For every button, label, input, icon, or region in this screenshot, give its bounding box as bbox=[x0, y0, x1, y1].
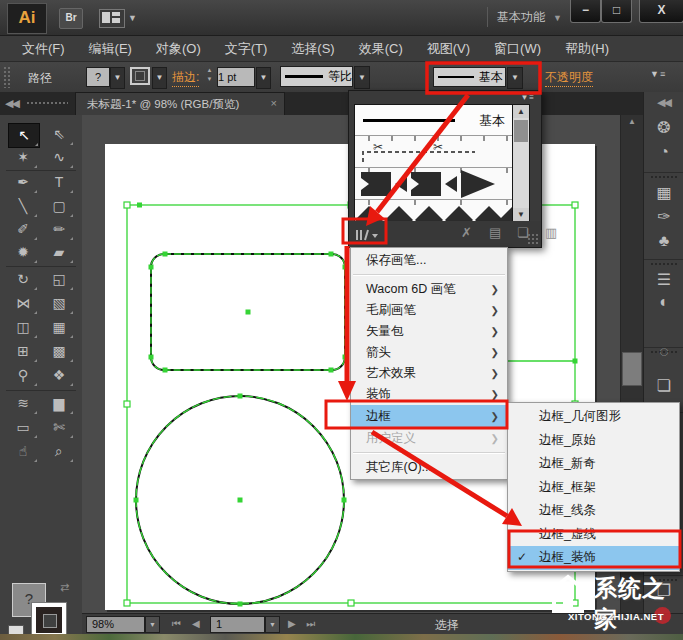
lasso-tool[interactable]: ∿ bbox=[44, 146, 74, 169]
menu-item-其它库(O)...[interactable]: 其它库(O)... bbox=[351, 457, 507, 478]
menu-item-保存画笔...[interactable]: 保存画笔... bbox=[351, 250, 507, 271]
width-profile-arrow[interactable]: ▼ bbox=[354, 66, 370, 89]
zoom-tool[interactable]: ⌕ bbox=[44, 440, 74, 463]
control-panel-menu-icon[interactable]: ▼≡ bbox=[650, 69, 666, 79]
blend-tool[interactable]: ❖ bbox=[44, 364, 74, 387]
perspective-grid-tool[interactable]: ▦ bbox=[44, 316, 74, 339]
eraser-tool[interactable]: ▰ bbox=[44, 241, 74, 264]
brushes-panel-icon[interactable]: ✑ bbox=[644, 207, 683, 226]
free-transform-tool[interactable]: ▧ bbox=[44, 292, 74, 315]
menu-item-箭头[interactable]: 箭头❯ bbox=[351, 342, 507, 363]
stroke-dropdown-arrow[interactable]: ▼ bbox=[152, 67, 167, 89]
brush-definition-arrow[interactable]: ▼ bbox=[507, 67, 523, 89]
stroke-color-swatch[interactable] bbox=[130, 67, 150, 85]
selection-tool[interactable]: ↖ bbox=[8, 123, 40, 148]
delete-brush-icon[interactable]: ▥ bbox=[545, 225, 557, 240]
document-tab[interactable]: 未标题-1* @ 98% (RGB/预览) × bbox=[75, 92, 285, 115]
tab-close-icon[interactable]: × bbox=[271, 97, 277, 109]
collapse-left-icon[interactable]: ◀◀ bbox=[5, 97, 18, 110]
scroll-up-icon[interactable]: ▲ bbox=[513, 105, 529, 118]
brush-row-arrows[interactable] bbox=[355, 168, 513, 200]
artboard-tool[interactable]: ▭ bbox=[8, 416, 38, 439]
brush-libraries-menu-button[interactable] bbox=[355, 226, 381, 242]
brush-row-basic[interactable]: 基本 bbox=[355, 105, 513, 136]
chevron-down-icon[interactable]: ▼ bbox=[128, 13, 137, 23]
submenu-item-边框_几何图形[interactable]: 边框_几何图形 bbox=[508, 405, 679, 429]
scroll-down-icon[interactable]: ▼ bbox=[513, 208, 529, 221]
color-panel-icon[interactable]: ❂ bbox=[644, 118, 683, 137]
submenu-item-边框_原始[interactable]: 边框_原始 bbox=[508, 429, 679, 453]
stroke-weight-stepper[interactable]: ▲▼ bbox=[205, 66, 214, 86]
menubar-item-5[interactable]: 选择(S) bbox=[279, 36, 346, 62]
menubar-item-1[interactable]: 文件(F) bbox=[10, 36, 77, 62]
blob-brush-tool[interactable]: ✹ bbox=[8, 241, 38, 264]
swap-fill-stroke-icon[interactable]: ⇄ bbox=[60, 581, 69, 594]
next-artboard-icon[interactable]: ▶ bbox=[288, 618, 296, 629]
stroke-weight-label[interactable]: 描边: bbox=[172, 69, 199, 87]
scale-tool[interactable]: ◱ bbox=[44, 268, 74, 291]
first-artboard-icon[interactable]: ⏮ bbox=[172, 618, 181, 630]
brush-list-scrollbar[interactable]: ▲ ▼ bbox=[512, 104, 530, 222]
arrange-documents-button[interactable] bbox=[99, 9, 125, 28]
scrollbar-thumb[interactable] bbox=[622, 352, 642, 386]
menu-item-用户定义[interactable]: 用户定义❯ bbox=[351, 428, 507, 449]
graphic-styles-panel-icon[interactable]: ❏ bbox=[644, 376, 683, 395]
brush-options-icon[interactable]: ▤ bbox=[489, 225, 501, 240]
last-artboard-icon[interactable]: ⏭ bbox=[306, 618, 315, 630]
brush-definition-dropdown[interactable]: 基本 bbox=[433, 67, 506, 87]
width-tool[interactable]: ⋈ bbox=[8, 292, 38, 315]
toolbar-grip[interactable] bbox=[26, 101, 68, 106]
menu-item-边框[interactable]: 边框❯ bbox=[351, 405, 507, 428]
previous-artboard-icon[interactable]: ◀ bbox=[192, 618, 200, 629]
hand-tool[interactable]: ☝ bbox=[8, 440, 38, 463]
menu-item-矢量包[interactable]: 矢量包❯ bbox=[351, 321, 507, 342]
magic-wand-tool[interactable]: ✶ bbox=[8, 146, 38, 169]
close-button[interactable]: X bbox=[639, 0, 683, 23]
pencil-tool[interactable]: ✏ bbox=[44, 218, 74, 241]
line-segment-tool[interactable]: ╲ bbox=[8, 195, 38, 218]
stroke-weight-dropdown[interactable]: ▼ bbox=[256, 67, 271, 89]
color-guide-panel-icon[interactable]: ◔ bbox=[644, 143, 683, 161]
submenu-item-边框_框架[interactable]: 边框_框架 bbox=[508, 476, 679, 500]
maximize-button[interactable]: □ bbox=[601, 0, 632, 23]
submenu-item-边框_新奇[interactable]: 边框_新奇 bbox=[508, 452, 679, 476]
zoom-level-field[interactable]: 98% bbox=[86, 616, 145, 633]
submenu-item-边框_虚线[interactable]: 边框_虚线 bbox=[508, 523, 679, 547]
chevron-down-icon[interactable]: ▼ bbox=[553, 13, 562, 23]
symbols-panel-icon[interactable]: ♣ bbox=[644, 232, 683, 250]
rectangle-tool[interactable]: ▢ bbox=[44, 195, 74, 218]
eyedropper-tool[interactable]: ⚲ bbox=[8, 364, 38, 387]
zoom-dropdown-arrow[interactable]: ▼ bbox=[145, 616, 160, 633]
stroke-swatch[interactable] bbox=[32, 603, 66, 637]
menu-item-Wacom 6D 画笔[interactable]: Wacom 6D 画笔❯ bbox=[351, 279, 507, 300]
appearance-panel-icon[interactable]: ◌ bbox=[644, 343, 683, 361]
menubar-item-2[interactable]: 编辑(E) bbox=[77, 36, 144, 62]
menu-item-装饰[interactable]: 装饰❯ bbox=[351, 384, 507, 405]
slice-tool[interactable]: ✄ bbox=[44, 416, 74, 439]
brush-row-cutline[interactable]: ✂ ✂ bbox=[355, 136, 513, 168]
remove-brush-stroke-icon[interactable]: ✗ bbox=[461, 225, 472, 240]
stroke-panel-icon[interactable]: ☰ bbox=[644, 270, 683, 289]
expand-panels-icon[interactable]: ◀◀ bbox=[657, 96, 670, 109]
menu-item-毛刷画笔[interactable]: 毛刷画笔❯ bbox=[351, 300, 507, 321]
scrollbar-thumb[interactable] bbox=[514, 120, 528, 142]
bridge-button[interactable]: Br bbox=[59, 8, 83, 29]
fill-dropdown-arrow[interactable]: ▼ bbox=[110, 67, 125, 89]
transparency-panel-icon[interactable]: ◐ bbox=[644, 293, 683, 311]
opacity-label[interactable]: 不透明度 bbox=[545, 69, 593, 87]
artboard-number-field[interactable]: 1 bbox=[210, 616, 265, 633]
type-tool[interactable]: T bbox=[44, 171, 74, 194]
rotate-tool[interactable]: ↻ bbox=[8, 268, 38, 291]
paintbrush-tool[interactable]: ✐ bbox=[8, 218, 38, 241]
menubar-item-7[interactable]: 视图(V) bbox=[415, 36, 482, 62]
menubar-item-3[interactable]: 对象(O) bbox=[144, 36, 213, 62]
gradient-tool[interactable]: ▩ bbox=[44, 340, 74, 363]
menubar-item-8[interactable]: 窗口(W) bbox=[482, 36, 553, 62]
minimize-button[interactable]: − bbox=[570, 0, 601, 23]
width-profile-dropdown[interactable]: 等比 bbox=[280, 66, 353, 87]
stroke-weight-field[interactable]: 1 pt bbox=[217, 67, 255, 87]
panel-resize-grip[interactable] bbox=[527, 233, 538, 244]
panel-grip[interactable] bbox=[3, 66, 11, 88]
menu-item-艺术效果[interactable]: 艺术效果❯ bbox=[351, 363, 507, 384]
swatches-panel-icon[interactable]: ▦ bbox=[644, 183, 683, 202]
